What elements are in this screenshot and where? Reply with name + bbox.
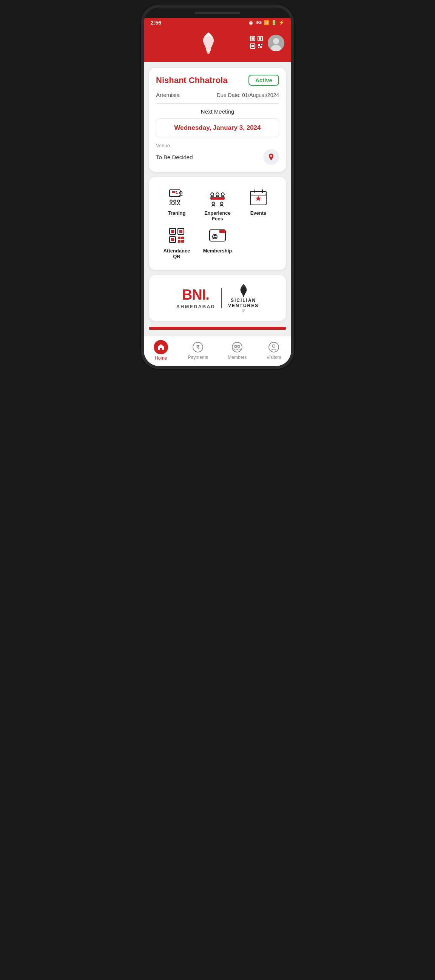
status-time: 2:56 (151, 20, 161, 25)
network-icon: 4G (256, 20, 262, 25)
bottom-navigation: Home ₹ Payments Me (144, 336, 291, 366)
bni-text: BNI (182, 287, 206, 303)
svg-point-22 (211, 193, 214, 196)
battery-icon: 🔋 (271, 20, 277, 25)
bni-sponsor-card: BNI. AHMEDABAD SICILIAN VENTURES ® (149, 275, 286, 321)
bni-dot: . (206, 287, 210, 303)
membership-label: Membership (203, 248, 232, 254)
svg-point-11 (273, 38, 279, 44)
training-menu-item[interactable]: Traning (158, 188, 195, 221)
svg-point-49 (234, 345, 237, 348)
svg-rect-14 (172, 191, 175, 193)
svg-marker-31 (256, 196, 261, 201)
payments-label: Payments (188, 355, 208, 360)
membership-menu-item[interactable]: Membership (199, 225, 236, 259)
experience-fees-label: Experience Fees (204, 210, 230, 221)
svg-rect-5 (252, 45, 254, 47)
events-label: Events (250, 210, 266, 216)
menu-card: Traning (149, 177, 286, 270)
svg-rect-9 (260, 46, 262, 48)
nav-members[interactable]: Members (228, 341, 247, 360)
visitors-icon (268, 342, 279, 353)
location-button[interactable] (263, 149, 279, 165)
svg-rect-35 (179, 230, 182, 233)
visitors-icon-bg (267, 341, 280, 353)
home-icon (157, 343, 165, 351)
meeting-date: Wednesday, January 3, 2024 (174, 124, 261, 131)
nav-home[interactable]: Home (154, 340, 168, 361)
divider (156, 103, 279, 104)
home-label: Home (155, 355, 167, 361)
svg-rect-15 (175, 191, 177, 192)
svg-point-45 (214, 235, 216, 237)
attendance-qr-icon (167, 225, 187, 246)
user-avatar[interactable] (268, 35, 284, 51)
nav-visitors[interactable]: Visitors (266, 341, 281, 360)
svg-point-24 (221, 193, 224, 196)
sicilian-bird-icon (237, 283, 250, 297)
venue-name: To Be Decided (156, 154, 193, 161)
header-logo (167, 31, 250, 55)
nav-payments[interactable]: ₹ Payments (188, 341, 208, 360)
bni-divider (221, 288, 222, 308)
training-label: Traning (168, 210, 186, 216)
training-icon (167, 188, 187, 208)
registered-mark: ® (242, 308, 245, 312)
svg-point-52 (272, 345, 275, 348)
svg-point-25 (212, 202, 215, 205)
status-bar: 2:56 ⏰ 4G 📶 🔋 ⚡ (144, 18, 291, 27)
club-name: Artemisia (156, 92, 180, 98)
svg-rect-8 (258, 47, 260, 48)
members-icon-bg (231, 341, 244, 353)
svg-point-23 (216, 193, 219, 196)
home-icon-circle (154, 340, 168, 354)
phone-notch (144, 8, 291, 18)
bolt-icon: ⚡ (279, 20, 284, 25)
sicilian-text: SICILIAN (231, 298, 256, 303)
events-menu-item[interactable]: Events (240, 188, 277, 221)
payments-icon: ₹ (192, 342, 204, 353)
app-header (144, 27, 291, 62)
next-meeting-label: Next Meeting (156, 108, 279, 115)
svg-rect-41 (181, 240, 184, 243)
svg-rect-40 (178, 240, 180, 243)
svg-rect-7 (261, 44, 263, 45)
attendance-qr-label: Attendance QR (164, 248, 190, 259)
svg-point-48 (232, 342, 242, 352)
members-icon (231, 342, 243, 353)
profile-header-row: Nishant Chhatrola Active (156, 75, 279, 86)
content-area: Nishant Chhatrola Active Artemisia Due D… (144, 62, 291, 336)
due-date: Due Date: 01/August/2024 (217, 92, 279, 98)
icon-grid: Traning (156, 184, 279, 263)
experience-fees-menu-item[interactable]: Experience Fees (199, 188, 236, 221)
header-actions (250, 35, 284, 51)
svg-rect-3 (259, 37, 261, 40)
svg-rect-28 (250, 191, 266, 195)
location-icon (267, 153, 275, 161)
venue-row: To Be Decided (156, 149, 279, 165)
svg-rect-16 (175, 193, 178, 194)
svg-rect-33 (171, 230, 174, 233)
avatar-icon (268, 35, 284, 51)
svg-rect-43 (219, 230, 225, 233)
qr-scan-button[interactable] (250, 35, 263, 51)
bni-bird-logo (199, 31, 218, 55)
svg-rect-38 (178, 237, 180, 239)
payments-icon-bg: ₹ (191, 341, 204, 353)
phone-frame: 2:56 ⏰ 4G 📶 🔋 ⚡ (144, 8, 291, 366)
signal-icon: 📶 (264, 20, 269, 25)
ventures-text: VENTURES (228, 303, 259, 308)
visitors-label: Visitors (266, 355, 281, 360)
notch-bar (195, 12, 240, 14)
svg-rect-1 (252, 37, 254, 40)
qr-icon (250, 35, 263, 49)
club-row: Artemisia Due Date: 01/August/2024 (156, 89, 279, 102)
status-icons: ⏰ 4G 📶 🔋 ⚡ (248, 20, 284, 25)
membership-icon (207, 225, 228, 246)
red-accent-bar (149, 327, 286, 330)
svg-point-20 (177, 200, 180, 202)
member-name: Nishant Chhatrola (156, 75, 227, 85)
svg-point-26 (220, 202, 223, 205)
attendance-qr-menu-item[interactable]: Attendance QR (158, 225, 195, 259)
members-label: Members (228, 355, 247, 360)
